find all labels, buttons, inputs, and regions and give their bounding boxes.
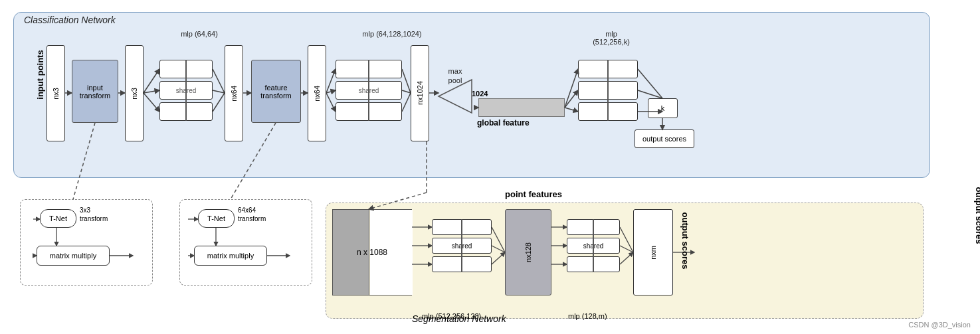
tnet1-transform-label: 3x3transform xyxy=(80,206,108,223)
nx1088-outer: n x 1088 xyxy=(332,209,412,295)
seg-mlp2-connector xyxy=(593,219,594,272)
nxm-label: nxm xyxy=(649,246,657,260)
watermark: CSDN @3D_vision xyxy=(908,321,971,329)
classification-network-label: Classification Network xyxy=(24,15,116,25)
nx64-1-label: nx64 xyxy=(230,86,238,102)
seg-output-scores-label: output scores xyxy=(681,212,691,270)
feature-transform-box: feature transform xyxy=(251,60,301,123)
mlp2-connector xyxy=(368,60,369,121)
mlp1-label: mlp (64,64) xyxy=(166,30,233,38)
classification-output-scores: output scores xyxy=(635,129,694,148)
seg-output-label: output scores xyxy=(975,187,981,244)
tnet1-matrix-box: matrix multiply xyxy=(37,246,110,266)
tnet2-matrix-box: matrix multiply xyxy=(194,246,267,266)
nx1024-label: nx1024 xyxy=(416,81,424,105)
segmentation-network-box xyxy=(326,203,924,319)
k-box: k xyxy=(648,98,678,118)
tnet1-matrix-label: matrix multiply xyxy=(50,252,96,260)
input-nx3-label: nx3 xyxy=(52,88,60,100)
nx1024-box: nx1024 xyxy=(411,45,429,141)
seg-mlp1-connector xyxy=(461,219,462,272)
nx128-box: nx128 xyxy=(505,209,551,295)
tnet2-matrix-label: matrix multiply xyxy=(207,252,254,260)
seg-mlp2-label: mlp (128,m) xyxy=(568,312,607,320)
input-points-label: input points xyxy=(35,50,45,99)
out-nx3-label: nx3 xyxy=(130,88,138,100)
tnet2-transform-label: 64x64transform xyxy=(238,206,266,223)
main-container: Classification Network input points nx3 … xyxy=(0,0,980,334)
k-label: k xyxy=(661,104,665,112)
input-transform-label: input transform xyxy=(80,84,110,100)
nx128-label: nx128 xyxy=(524,242,532,262)
classification-output-label: output scores xyxy=(642,135,686,143)
nx64-1-box: nx64 xyxy=(225,45,243,141)
svg-marker-0 xyxy=(439,80,472,113)
maxpool-icon xyxy=(435,76,475,116)
mlp3-label: mlp(512,256,k) xyxy=(575,30,648,46)
mlp2-label: mlp (64,128,1024) xyxy=(339,30,445,38)
tnet2-label: T-Net xyxy=(207,214,225,222)
mlp3-connector xyxy=(607,60,609,121)
nx1088-label: n x 1088 xyxy=(357,248,387,257)
input-nx3-box: nx3 xyxy=(47,45,65,141)
out-nx3-box: nx3 xyxy=(125,45,144,141)
global-feature-bar xyxy=(478,98,565,117)
global-1024-label: 1024 xyxy=(472,90,488,98)
nx64-2-box: nx64 xyxy=(308,45,326,141)
global-feature-label: global feature xyxy=(477,118,530,127)
seg-mlp1-label: mlp (512,256,128) xyxy=(422,312,481,320)
feature-transform-label: feature transform xyxy=(260,84,291,100)
point-features-label: point features xyxy=(505,189,562,199)
mlp1-connector xyxy=(185,60,187,121)
nxm-box: nxm xyxy=(633,209,673,295)
input-transform-box: input transform xyxy=(72,60,118,123)
tnet1-label-box: T-Net xyxy=(40,209,76,228)
tnet1-label: T-Net xyxy=(49,214,67,222)
nx64-2-label: nx64 xyxy=(313,86,321,102)
tnet2-label-box: T-Net xyxy=(198,209,235,228)
